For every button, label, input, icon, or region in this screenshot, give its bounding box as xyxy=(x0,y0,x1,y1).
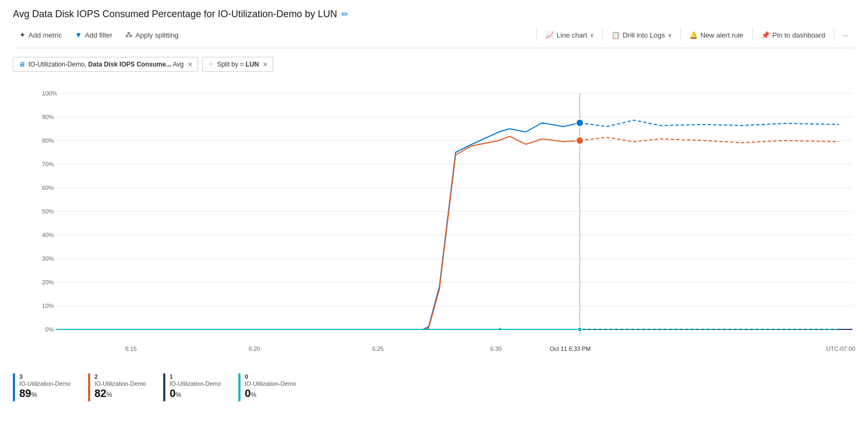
svg-text:40%: 40% xyxy=(42,232,54,238)
apply-splitting-button[interactable]: ⁂ Apply splitting xyxy=(119,27,185,42)
legend-item-3: 3 IO-Utilization-Demo 89% xyxy=(13,373,71,401)
legend-name-2: IO-Utilization-Demo xyxy=(94,380,146,387)
legend-unit-2: % xyxy=(106,391,112,399)
svg-point-23 xyxy=(576,119,583,127)
legend-value-2: 82% xyxy=(94,387,146,400)
title-row: Avg Data Disk IOPS Consumed Percentage f… xyxy=(13,9,855,20)
line-chart-button[interactable]: 📈 Line chart ∨ xyxy=(539,28,600,42)
toolbar-sep-3 xyxy=(680,28,681,41)
new-alert-label: New alert rule xyxy=(701,31,743,39)
split-filter-tag[interactable]: ⁘ Split by = LUN × xyxy=(202,57,273,72)
legend-content-0: 0 IO-Utilization-Demo 0% xyxy=(245,373,296,400)
toolbar-sep-1 xyxy=(536,28,537,41)
more-button[interactable]: ··· xyxy=(836,28,855,42)
drill-logs-label: Drill into Logs xyxy=(623,31,665,39)
monitor-icon: 🖥 xyxy=(19,61,25,68)
legend-name-3: IO-Utilization-Demo xyxy=(19,380,71,387)
split-filter-close[interactable]: × xyxy=(263,60,267,69)
add-metric-icon: ✦ xyxy=(19,31,26,39)
svg-text:90%: 90% xyxy=(42,114,54,120)
filter-row: 🖥 IO-Utilization-Demo, Data Disk IOPS Co… xyxy=(13,57,855,72)
legend-bar-3 xyxy=(13,373,15,401)
line-chart-label: Line chart xyxy=(557,31,587,39)
legend-val-0: 0 xyxy=(245,387,251,399)
legend-num-3: 3 xyxy=(19,373,71,380)
more-icon: ··· xyxy=(843,31,849,39)
legend-content-1: 1 IO-Utilization-Demo 0% xyxy=(170,373,221,400)
legend-num-1: 1 xyxy=(170,373,221,380)
legend-content-2: 2 IO-Utilization-Demo 82% xyxy=(94,373,146,400)
pin-label: Pin to dashboard xyxy=(772,31,825,39)
svg-text:50%: 50% xyxy=(42,208,54,215)
pin-icon: 📌 xyxy=(761,31,770,39)
svg-point-25 xyxy=(578,327,582,332)
svg-text:0%: 0% xyxy=(45,326,54,333)
svg-text:70%: 70% xyxy=(42,161,54,167)
metric-filter-close[interactable]: × xyxy=(188,60,192,69)
legend-name-0: IO-Utilization-Demo xyxy=(245,380,296,387)
legend-value-3: 89% xyxy=(19,387,71,400)
legend-unit-1: % xyxy=(176,391,181,399)
svg-text:60%: 60% xyxy=(42,185,54,191)
legend-item-1: 1 IO-Utilization-Demo 0% xyxy=(163,373,221,401)
x-label-615: 6:15 xyxy=(125,346,136,352)
line-chart-icon: 📈 xyxy=(545,31,554,39)
svg-text:30%: 30% xyxy=(42,255,54,262)
toolbar-right: 📈 Line chart ∨ 📋 Drill into Logs ∨ 🔔 New… xyxy=(534,28,855,42)
legend-num-2: 2 xyxy=(94,373,146,380)
legend-val-1: 0 xyxy=(170,387,176,399)
legend-name-1: IO-Utilization-Demo xyxy=(170,380,221,387)
drill-logs-dropdown-icon: ∨ xyxy=(668,32,672,38)
add-filter-icon: ▼ xyxy=(75,31,82,39)
legend-val-2: 82 xyxy=(94,387,106,399)
drill-logs-button[interactable]: 📋 Drill into Logs ∨ xyxy=(605,28,678,42)
add-filter-label: Add filter xyxy=(85,31,112,39)
toolbar-sep-4 xyxy=(752,28,753,41)
drill-logs-icon: 📋 xyxy=(611,31,620,39)
add-metric-label: Add metric xyxy=(28,31,62,39)
svg-point-24 xyxy=(576,137,583,144)
new-alert-icon: 🔔 xyxy=(689,31,698,39)
add-filter-button[interactable]: ▼ Add filter xyxy=(68,27,119,42)
split-tag-text: Split by = LUN xyxy=(217,61,259,68)
page-title: Avg Data Disk IOPS Consumed Percentage f… xyxy=(13,9,337,20)
x-label-620: 6:20 xyxy=(249,346,260,352)
legend-bar-0 xyxy=(238,373,240,401)
split-icon: ⁘ xyxy=(208,61,214,68)
legend-item-2: 2 IO-Utilization-Demo 82% xyxy=(88,373,146,401)
toolbar-sep-5 xyxy=(834,28,834,41)
legend-content-3: 3 IO-Utilization-Demo 89% xyxy=(19,373,71,400)
apply-splitting-label: Apply splitting xyxy=(135,31,178,39)
apply-splitting-icon: ⁂ xyxy=(125,31,133,39)
legend-bar-1 xyxy=(163,373,165,401)
legend-value-1: 0% xyxy=(170,387,221,400)
add-metric-button[interactable]: ✦ Add metric xyxy=(13,27,68,42)
legend-bar-2 xyxy=(88,373,90,401)
legend-unit-3: % xyxy=(31,391,37,399)
chart-svg: .grid-line { stroke: #e8e8e8; stroke-wid… xyxy=(13,83,855,346)
pin-dashboard-button[interactable]: 📌 Pin to dashboard xyxy=(755,28,831,42)
main-container: Avg Data Disk IOPS Consumed Percentage f… xyxy=(0,0,868,441)
chart-area: .grid-line { stroke: #e8e8e8; stroke-wid… xyxy=(13,83,855,346)
metric-tag-text: IO-Utilization-Demo, Data Disk IOPS Cons… xyxy=(28,61,184,68)
legend-unit-0: % xyxy=(251,391,257,399)
svg-text:80%: 80% xyxy=(42,137,54,144)
legend-num-0: 0 xyxy=(245,373,296,380)
legend-value-0: 0% xyxy=(245,387,296,400)
metric-filter-tag[interactable]: 🖥 IO-Utilization-Demo, Data Disk IOPS Co… xyxy=(13,57,198,72)
timezone-label: UTC-07:00 xyxy=(826,346,855,352)
x-label-630: 6:30 xyxy=(490,346,501,352)
legend-item-0: 0 IO-Utilization-Demo 0% xyxy=(238,373,296,401)
svg-text:20%: 20% xyxy=(42,279,54,285)
toolbar: ✦ Add metric ▼ Add filter ⁂ Apply splitt… xyxy=(13,27,855,48)
svg-text:100%: 100% xyxy=(42,90,57,97)
legend-val-3: 89 xyxy=(19,387,31,399)
edit-icon[interactable]: ✏ xyxy=(341,9,348,19)
new-alert-button[interactable]: 🔔 New alert rule xyxy=(683,28,750,42)
x-axis-row: 6:15 6:20 6:25 6:30 Oct 11 6:33 PM UTC-0… xyxy=(56,346,855,361)
line-chart-dropdown-icon: ∨ xyxy=(590,32,594,38)
toolbar-sep-2 xyxy=(602,28,603,41)
tooltip-date-label: Oct 11 6:33 PM xyxy=(550,346,590,352)
x-label-625: 6:25 xyxy=(372,346,383,352)
legend-row: 3 IO-Utilization-Demo 89% 2 IO-Utilizati… xyxy=(13,369,855,401)
